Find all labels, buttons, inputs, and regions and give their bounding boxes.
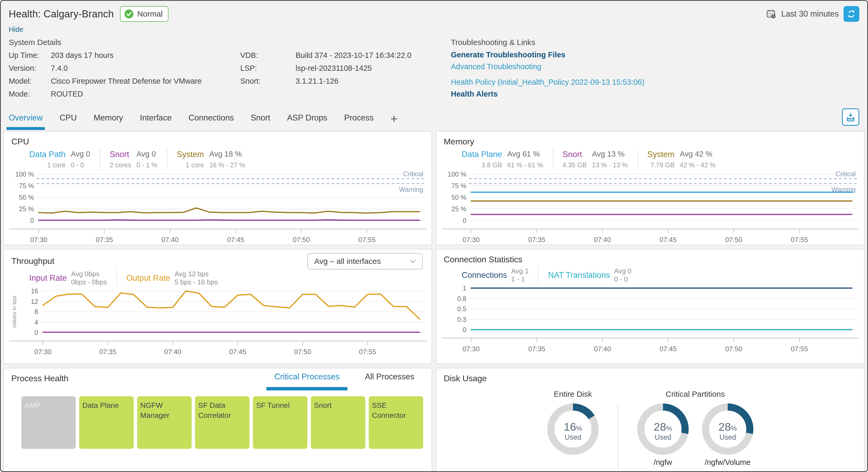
- system-detail-row: Model:Cisco Firepower Threat Defense for…: [9, 75, 240, 88]
- detail-value: 7.4.0: [51, 64, 240, 73]
- disk-usage-title: Disk Usage: [444, 374, 859, 383]
- svg-text:07:45: 07:45: [227, 236, 244, 244]
- interface-select[interactable]: Avg – all interfaces: [307, 253, 423, 270]
- legend-name: Output Rate: [126, 273, 170, 283]
- svg-text:Used: Used: [564, 433, 581, 441]
- legend-item-data-path: Data PathAvg 01 core0 - 0: [22, 149, 100, 170]
- cpu-chart: 100 %75 %50 %25 %0CriticalWarning07:3007…: [9, 170, 426, 244]
- legend-name: Input Rate: [29, 273, 67, 283]
- link-generate-troubleshooting-files[interactable]: Generate Troubleshooting Files: [451, 49, 859, 61]
- legend-item-snort: SnortAvg 02 cores0 - 1 %: [100, 149, 167, 170]
- tab-interface[interactable]: Interface: [140, 113, 172, 130]
- process-card-ngfw-manager: NGFW Manager: [137, 396, 192, 449]
- legend-detail: 3.8 GB: [482, 161, 502, 169]
- svg-text:07:45: 07:45: [659, 236, 677, 244]
- system-detail-row: Mode:ROUTED: [9, 88, 240, 100]
- legend-avg: Avg 0: [614, 267, 631, 275]
- legend-range: 16 % - 27 %: [209, 161, 245, 169]
- svg-text:28%: 28%: [718, 421, 737, 433]
- partition-label: /ngfw: [654, 458, 672, 468]
- tab-overview[interactable]: Overview: [9, 113, 43, 130]
- link-health-policy[interactable]: Health Policy (Initial_Health_Policy 202…: [451, 76, 859, 88]
- disk-donut: 28%Used: [702, 403, 754, 455]
- tab-process[interactable]: Process: [344, 113, 373, 130]
- svg-text:100 %: 100 %: [448, 170, 466, 178]
- svg-text:07:35: 07:35: [528, 345, 545, 353]
- legend-name: Snort: [563, 150, 587, 159]
- svg-text:0.5: 0.5: [457, 305, 466, 313]
- disk-donut: 28%Used: [637, 403, 689, 455]
- svg-text:0.8: 0.8: [457, 295, 466, 302]
- legend-avg: Avg 0: [71, 150, 90, 158]
- legend-item-data-plane: Data PlaneAvg 61 %3.8 GB61 % - 61 %: [454, 149, 553, 170]
- legend-item-system: SystemAvg 18 %1 core16 % - 27 %: [167, 149, 255, 170]
- throughput-panel-title: Throughput: [11, 256, 55, 266]
- svg-text:07:40: 07:40: [161, 236, 179, 244]
- add-tab-button[interactable]: +: [390, 113, 397, 130]
- legend-name: System: [177, 150, 204, 159]
- link-advanced-troubleshooting[interactable]: Advanced Troubleshooting: [451, 61, 859, 73]
- disk-group-critical-partitions: Critical Partitions28%Used/ngfw28%Used/n…: [637, 385, 754, 470]
- detail-value: 3.1.21.1-126: [296, 77, 451, 86]
- svg-text:28%: 28%: [654, 421, 672, 433]
- legend-range: 42 % - 42 %: [680, 161, 716, 169]
- svg-text:07:45: 07:45: [229, 348, 246, 356]
- detail-value: Cisco Firepower Threat Defense for VMwar…: [51, 77, 240, 86]
- legend-name: Data Plane: [462, 150, 502, 159]
- status-badge-label: Normal: [137, 9, 163, 19]
- link-health-alerts[interactable]: Health Alerts: [451, 88, 859, 100]
- process-tab-all-processes[interactable]: All Processes: [365, 372, 414, 390]
- svg-text:07:35: 07:35: [99, 348, 116, 356]
- memory-chart: 100 %75 %50 %25 %0CriticalWarning07:3007…: [442, 170, 859, 244]
- tab-connections[interactable]: Connections: [188, 113, 234, 130]
- tab-cpu[interactable]: CPU: [60, 113, 76, 130]
- disk-donut-ngfw: 28%Used/ngfw: [637, 403, 689, 468]
- svg-text:07:55: 07:55: [791, 236, 808, 244]
- disk-group-entire-disk: Entire Disk16%Used: [547, 385, 599, 470]
- svg-text:07:50: 07:50: [293, 236, 310, 244]
- dashboard-grid: CPU Data PathAvg 01 core0 - 0SnortAvg 02…: [1, 130, 867, 472]
- svg-text:75 %: 75 %: [452, 182, 466, 189]
- svg-text:50 %: 50 %: [452, 194, 466, 201]
- system-details-heading: System Details: [9, 36, 240, 49]
- tab-snort[interactable]: Snort: [251, 113, 270, 130]
- svg-text:Used: Used: [719, 433, 736, 441]
- svg-text:Warning: Warning: [399, 186, 423, 193]
- detail-label: Snort:: [240, 77, 296, 86]
- process-tab-critical-processes[interactable]: Critical Processes: [274, 372, 340, 390]
- throughput-panel: Throughput Avg – all interfaces Input Ra…: [3, 249, 432, 364]
- download-report-button[interactable]: [842, 108, 859, 126]
- svg-text:4: 4: [34, 319, 38, 326]
- hide-link[interactable]: Hide: [9, 26, 24, 34]
- tab-asp-drops[interactable]: ASP Drops: [287, 113, 328, 130]
- legend-item-connections: ConnectionsAvg 11 - 1: [454, 266, 538, 284]
- system-details-section: System Details Up Time:203 days 17 hours…: [9, 36, 859, 100]
- legend-avg: Avg 13 %: [592, 150, 628, 158]
- connection-statistics-chart: 10.80.50.3007:3007:3507:4007:4507:5007:5…: [442, 284, 859, 353]
- legend-detail: 1 core: [47, 161, 65, 169]
- legend-range: 1 - 1: [511, 275, 528, 283]
- legend-detail: 1 core: [186, 161, 204, 169]
- connection-panel-title: Connection Statistics: [444, 255, 859, 264]
- svg-text:8: 8: [34, 308, 38, 315]
- legend-avg: Avg 18 %: [209, 150, 245, 158]
- svg-text:07:40: 07:40: [164, 348, 181, 356]
- svg-text:07:50: 07:50: [725, 236, 742, 244]
- process-card-data-plane: Data Plane: [79, 396, 134, 449]
- svg-text:0: 0: [463, 326, 466, 333]
- legend-avg: Avg 42 %: [680, 150, 716, 158]
- cpu-panel-title: CPU: [11, 137, 426, 147]
- legend-name: Data Path: [29, 150, 65, 159]
- refresh-button[interactable]: [843, 6, 859, 22]
- build-detail-row: Snort:3.1.21.1-126: [240, 75, 451, 88]
- disk-donut-entire-disk: 16%Used: [547, 403, 599, 468]
- detail-value: Build 374 - 2023-10-17 16:34:22.0: [296, 51, 451, 60]
- svg-text:07:30: 07:30: [34, 348, 51, 356]
- detail-value: ROUTED: [51, 90, 240, 98]
- legend-range: 5 bps - 16 bps: [175, 278, 218, 286]
- detail-value: 203 days 17 hours: [51, 51, 240, 60]
- legend-range: 13 % - 13 %: [592, 161, 628, 169]
- time-range-label[interactable]: Last 30 minutes: [781, 9, 839, 19]
- tab-memory[interactable]: Memory: [94, 113, 123, 130]
- svg-text:values in bps: values in bps: [11, 296, 17, 328]
